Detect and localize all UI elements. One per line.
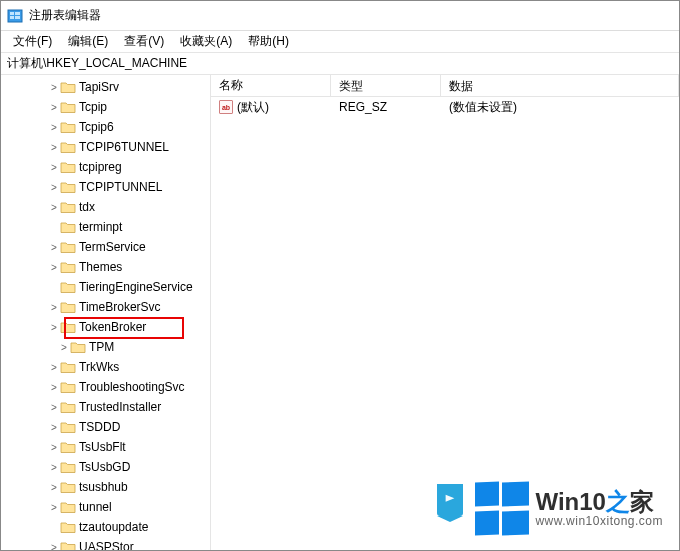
expander-icon[interactable]: >: [49, 542, 59, 551]
folder-icon: [60, 260, 76, 274]
expander-icon[interactable]: >: [49, 242, 59, 253]
folder-icon: [60, 300, 76, 314]
folder-icon: [60, 420, 76, 434]
tree-item-label: tunnel: [79, 500, 112, 514]
expander-icon[interactable]: >: [49, 322, 59, 333]
menu-edit[interactable]: 编辑(E): [60, 33, 116, 50]
flag-badge-icon: [437, 484, 463, 516]
tree-item-label: UASPStor: [79, 540, 134, 550]
tree-item-tcpiptunnel[interactable]: >TCPIPTUNNEL: [1, 177, 210, 197]
expander-icon[interactable]: >: [49, 362, 59, 373]
value-name: (默认): [237, 99, 269, 116]
tree-item-label: terminpt: [79, 220, 122, 234]
menu-help[interactable]: 帮助(H): [240, 33, 297, 50]
expander-icon[interactable]: >: [49, 402, 59, 413]
tree-item-label: TieringEngineService: [79, 280, 193, 294]
tree-item-label: TapiSrv: [79, 80, 119, 94]
tree-item-label: TsUsbGD: [79, 460, 130, 474]
tree-item-tokenbroker[interactable]: >TokenBroker: [1, 317, 210, 337]
tree-item-label: TCPIPTUNNEL: [79, 180, 162, 194]
tree-item-tsusbhub[interactable]: >tsusbhub: [1, 477, 210, 497]
address-bar[interactable]: 计算机\HKEY_LOCAL_MACHINE: [1, 53, 679, 75]
tree-item-tcpip[interactable]: >Tcpip: [1, 97, 210, 117]
tree-item-trkwks[interactable]: >TrkWks: [1, 357, 210, 377]
expander-icon[interactable]: >: [59, 342, 69, 353]
expander-icon[interactable]: >: [49, 482, 59, 493]
menu-favorites[interactable]: 收藏夹(A): [172, 33, 240, 50]
svg-rect-4: [15, 16, 20, 19]
folder-icon: [60, 200, 76, 214]
folder-icon: [60, 500, 76, 514]
folder-icon: [60, 160, 76, 174]
tree-item-tsusbgd[interactable]: >TsUsbGD: [1, 457, 210, 477]
tree-item-label: Tcpip6: [79, 120, 114, 134]
tree-item-label: TimeBrokerSvc: [79, 300, 161, 314]
folder-icon: [60, 360, 76, 374]
tree-item-tzautoupdate[interactable]: tzautoupdate: [1, 517, 210, 537]
tree-item-themes[interactable]: >Themes: [1, 257, 210, 277]
column-type[interactable]: 类型: [331, 75, 441, 96]
folder-icon: [60, 280, 76, 294]
expander-icon[interactable]: >: [49, 142, 59, 153]
value-type: REG_SZ: [331, 98, 441, 116]
folder-icon: [70, 340, 86, 354]
tree-item-tcpipreg[interactable]: >tcpipreg: [1, 157, 210, 177]
tree-item-tunnel[interactable]: >tunnel: [1, 497, 210, 517]
tree-item-label: TrkWks: [79, 360, 119, 374]
menu-file[interactable]: 文件(F): [5, 33, 60, 50]
tree-item-label: TokenBroker: [79, 320, 146, 334]
expander-icon[interactable]: >: [49, 162, 59, 173]
list-row[interactable]: ab (默认) REG_SZ (数值未设置): [211, 97, 679, 117]
tree-item-tapisrv[interactable]: >TapiSrv: [1, 77, 210, 97]
column-name[interactable]: 名称: [211, 75, 331, 96]
tree-item-label: tcpipreg: [79, 160, 122, 174]
svg-rect-2: [15, 12, 20, 15]
tree-item-tcpip6tunnel[interactable]: >TCPIP6TUNNEL: [1, 137, 210, 157]
tree-item-termservice[interactable]: >TermService: [1, 237, 210, 257]
expander-icon[interactable]: >: [49, 122, 59, 133]
tree-item-tsusbflt[interactable]: >TsUsbFlt: [1, 437, 210, 457]
expander-icon[interactable]: >: [49, 382, 59, 393]
tree-item-tcpip6[interactable]: >Tcpip6: [1, 117, 210, 137]
folder-icon: [60, 520, 76, 534]
tree-item-uaspstor[interactable]: >UASPStor: [1, 537, 210, 550]
folder-icon: [60, 320, 76, 334]
expander-icon[interactable]: >: [49, 82, 59, 93]
tree-item-troubleshootingsvc[interactable]: >TroubleshootingSvc: [1, 377, 210, 397]
tree-item-trustedinstaller[interactable]: >TrustedInstaller: [1, 397, 210, 417]
tree-item-label: tdx: [79, 200, 95, 214]
folder-icon: [60, 120, 76, 134]
expander-icon[interactable]: >: [49, 502, 59, 513]
window-title: 注册表编辑器: [29, 7, 101, 24]
tree-item-tpm[interactable]: >TPM: [1, 337, 210, 357]
tree-item-label: TPM: [89, 340, 114, 354]
tree-item-timebrokersvc[interactable]: >TimeBrokerSvc: [1, 297, 210, 317]
column-data[interactable]: 数据: [441, 75, 679, 96]
tree-item-tsddd[interactable]: >TSDDD: [1, 417, 210, 437]
string-value-icon: ab: [219, 100, 233, 114]
tree-item-tdx[interactable]: >tdx: [1, 197, 210, 217]
tree-item-label: TroubleshootingSvc: [79, 380, 185, 394]
folder-icon: [60, 180, 76, 194]
svg-rect-1: [10, 12, 14, 15]
expander-icon[interactable]: >: [49, 182, 59, 193]
tree-item-label: TsUsbFlt: [79, 440, 126, 454]
expander-icon[interactable]: >: [49, 102, 59, 113]
tree-item-tieringengineservice[interactable]: TieringEngineService: [1, 277, 210, 297]
expander-icon[interactable]: >: [49, 302, 59, 313]
expander-icon[interactable]: >: [49, 202, 59, 213]
tree-item-terminpt[interactable]: terminpt: [1, 217, 210, 237]
folder-icon: [60, 240, 76, 254]
expander-icon[interactable]: >: [49, 462, 59, 473]
folder-icon: [60, 440, 76, 454]
menu-view[interactable]: 查看(V): [116, 33, 172, 50]
folder-icon: [60, 480, 76, 494]
expander-icon[interactable]: >: [49, 442, 59, 453]
tree-pane[interactable]: >TapiSrv>Tcpip>Tcpip6>TCPIP6TUNNEL>tcpip…: [1, 75, 211, 550]
expander-icon[interactable]: >: [49, 422, 59, 433]
windows-logo-icon: [475, 482, 529, 536]
title-bar: 注册表编辑器: [1, 1, 679, 31]
regedit-icon: [7, 8, 23, 24]
value-data: (数值未设置): [441, 97, 679, 118]
expander-icon[interactable]: >: [49, 262, 59, 273]
